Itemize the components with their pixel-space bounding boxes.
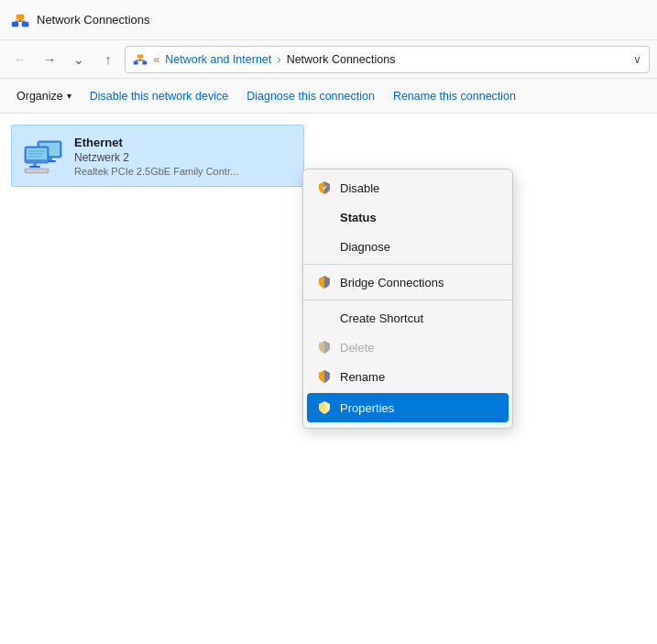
ctx-rename-label: Rename xyxy=(340,370,385,384)
network-driver: Realtek PCIe 2.5GbE Family Contr... xyxy=(74,166,238,177)
address-dropdown-chevron[interactable]: ∨ xyxy=(633,53,641,66)
path-icon xyxy=(133,52,148,67)
svg-rect-21 xyxy=(29,166,40,168)
svg-text:✓: ✓ xyxy=(322,184,328,192)
rename-button[interactable]: Rename this connection xyxy=(384,84,525,108)
ctx-disable[interactable]: ✓ Disable xyxy=(303,173,512,202)
ethernet-icon xyxy=(21,134,65,178)
diagnose-button[interactable]: Diagnose this connection xyxy=(237,84,384,108)
context-menu: ✓ Disable Status Diagnose Bridge Conne xyxy=(302,169,513,429)
ctx-shortcut-label: Create Shortcut xyxy=(340,311,423,325)
title-bar: Network Connections xyxy=(0,0,657,40)
up-button[interactable]: ↑ xyxy=(95,47,121,72)
path-network-internet[interactable]: Network and Internet xyxy=(165,53,271,66)
organize-button[interactable]: Organize ▾ xyxy=(7,84,81,108)
ctx-properties-label: Properties xyxy=(340,401,394,415)
shield-rename-icon xyxy=(316,368,333,385)
shield-delete-icon xyxy=(316,339,333,355)
separator-2 xyxy=(303,300,512,300)
ctx-delete[interactable]: Delete xyxy=(303,333,512,362)
main-content: Ethernet Netzwerk 2 Realtek PCIe 2.5GbE … xyxy=(0,114,657,644)
back-button[interactable]: ← xyxy=(7,47,33,72)
address-bar: ← → ⌄ ↑ « Network and Internet › Network… xyxy=(0,40,657,79)
recent-locations-button[interactable]: ⌄ xyxy=(66,47,92,72)
svg-rect-0 xyxy=(12,22,18,27)
svg-rect-2 xyxy=(16,15,24,19)
network-info: Ethernet Netzwerk 2 Realtek PCIe 2.5GbE … xyxy=(74,136,238,177)
shield-properties-icon xyxy=(316,399,333,416)
svg-rect-1 xyxy=(22,22,28,27)
ctx-diagnose-spacer xyxy=(316,238,333,255)
disable-button[interactable]: Disable this network device xyxy=(81,84,237,108)
toolbar: Organize ▾ Disable this network device D… xyxy=(0,79,657,114)
window-icon xyxy=(11,11,29,29)
ctx-bridge-label: Bridge Connections xyxy=(340,276,443,289)
ctx-rename[interactable]: Rename xyxy=(303,362,512,391)
path-network-connections: Network Connections xyxy=(287,53,396,66)
ctx-status-label: Status xyxy=(340,211,377,224)
shield-disable-icon: ✓ xyxy=(316,180,333,196)
address-box[interactable]: « Network and Internet › Network Connect… xyxy=(125,46,650,73)
svg-rect-7 xyxy=(142,60,147,64)
ctx-properties[interactable]: Properties xyxy=(307,393,509,422)
ctx-status[interactable]: Status xyxy=(303,202,512,232)
ctx-shortcut[interactable]: Create Shortcut xyxy=(303,303,512,333)
svg-rect-23 xyxy=(27,170,47,172)
forward-button[interactable]: → xyxy=(37,47,62,72)
ctx-delete-label: Delete xyxy=(340,341,375,355)
network-name: Ethernet xyxy=(74,136,238,149)
ctx-bridge[interactable]: Bridge Connections xyxy=(303,267,512,297)
breadcrumb-prefix: « xyxy=(153,52,159,66)
network-sub: Netzwerk 2 xyxy=(74,151,238,164)
svg-rect-8 xyxy=(137,54,143,58)
window-title: Network Connections xyxy=(37,13,150,27)
ctx-disable-label: Disable xyxy=(340,181,379,195)
separator-1 xyxy=(303,264,512,265)
ctx-diagnose-label: Diagnose xyxy=(340,240,390,254)
ctx-diagnose[interactable]: Diagnose xyxy=(303,232,512,261)
ethernet-item[interactable]: Ethernet Netzwerk 2 Realtek PCIe 2.5GbE … xyxy=(11,125,304,187)
ctx-status-spacer xyxy=(316,209,333,225)
path-separator: › xyxy=(277,52,280,66)
svg-rect-6 xyxy=(134,60,138,64)
ctx-shortcut-spacer xyxy=(316,310,333,326)
shield-bridge-icon xyxy=(316,274,333,290)
